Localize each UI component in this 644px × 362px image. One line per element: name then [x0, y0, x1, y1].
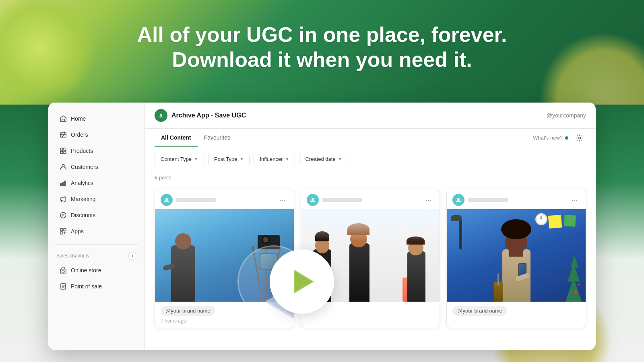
post-type-filter[interactable]: Post Type ▼	[208, 153, 250, 165]
sidebar-label-apps: Apps	[71, 228, 84, 234]
sidebar-item-marketing[interactable]: Marketing	[52, 191, 141, 207]
post-card-1-footer: @your brand name 7 hours ago	[155, 302, 294, 328]
content-type-filter[interactable]: Content Type ▼	[155, 153, 204, 165]
svg-point-10	[62, 214, 63, 215]
app-username: @yourcompany	[547, 112, 586, 119]
created-date-filter[interactable]: Created date ▼	[299, 153, 348, 165]
sidebar-item-home[interactable]: Home	[52, 111, 141, 126]
svg-rect-2	[64, 148, 66, 150]
tab-favourites[interactable]: Favourites	[198, 129, 237, 147]
sidebar-label-home: Home	[71, 115, 86, 122]
sidebar-label-marketing: Marketing	[71, 196, 95, 202]
post-user-3	[452, 194, 508, 206]
chevron-down-icon: ▼	[338, 157, 342, 161]
content-grid: ···	[145, 184, 596, 350]
influencer-filter[interactable]: Influencer ▼	[254, 153, 295, 165]
username-placeholder-2	[322, 198, 362, 202]
add-sales-channel-button[interactable]: +	[128, 252, 136, 260]
username-placeholder-3	[468, 198, 508, 202]
sidebar-divider	[55, 244, 138, 245]
hero-title: All of your UGC in one place, forever. D…	[0, 22, 644, 72]
svg-point-11	[64, 216, 65, 216]
app-title-group: a Archive App - Save UGC	[155, 109, 246, 122]
home-icon	[60, 115, 67, 122]
analytics-icon	[60, 179, 67, 187]
post-card-1: ···	[155, 189, 294, 328]
svg-rect-3	[60, 151, 63, 154]
svg-point-18	[579, 137, 581, 139]
svg-rect-7	[62, 182, 64, 186]
sidebar-label-products: Products	[71, 148, 93, 154]
sidebar-item-analytics[interactable]: Analytics	[52, 175, 141, 191]
post-user-2	[307, 194, 362, 206]
more-options-button-1[interactable]: ···	[277, 195, 288, 204]
filters-bar: Content Type ▼ Post Type ▼ Influencer ▼ …	[145, 147, 596, 171]
pos-icon	[60, 283, 67, 290]
svg-rect-8	[64, 181, 66, 186]
svg-point-19	[165, 198, 168, 200]
more-options-button-3[interactable]: ···	[569, 195, 580, 204]
tab-all-content[interactable]: All Content	[155, 129, 198, 147]
brand-tag-1: @your brand name	[161, 306, 215, 316]
more-options-button-2[interactable]: ···	[423, 195, 434, 204]
sidebar-item-customers[interactable]: Customers	[52, 159, 141, 175]
products-icon	[60, 147, 67, 154]
new-indicator-dot	[565, 136, 568, 140]
sidebar-item-online-store[interactable]: Online store	[52, 263, 141, 278]
username-placeholder-1	[176, 198, 216, 202]
svg-point-23	[457, 198, 460, 200]
sidebar-item-pos[interactable]: Point of sale	[52, 279, 141, 294]
sidebar-label-customers: Customers	[71, 164, 98, 170]
post-card-2-header: ···	[301, 189, 440, 209]
svg-point-5	[62, 165, 64, 167]
posts-count: # posts	[145, 171, 596, 184]
sales-channels-label: Sales channels	[56, 253, 89, 259]
marketing-icon	[60, 195, 67, 203]
sidebar-label-analytics: Analytics	[71, 180, 93, 186]
avatar-1	[161, 194, 173, 206]
svg-rect-14	[60, 232, 63, 234]
app-header: a Archive App - Save UGC @yourcompany	[145, 103, 596, 129]
app-title-text: Archive App - Save UGC	[171, 112, 246, 119]
svg-point-22	[312, 198, 314, 200]
sidebar-label-pos: Point of sale	[71, 283, 102, 290]
sidebar-item-products[interactable]: Products	[52, 143, 141, 158]
orders-icon	[60, 131, 67, 138]
pointer-decoration	[270, 249, 334, 314]
main-content-area: a Archive App - Save UGC @yourcompany Al…	[145, 103, 596, 350]
chevron-down-icon: ▼	[194, 157, 198, 161]
store-icon	[60, 267, 67, 274]
hero-section: All of your UGC in one place, forever. D…	[0, 22, 644, 72]
whats-new-button[interactable]: What's new?	[533, 135, 568, 141]
discounts-icon	[60, 212, 67, 219]
app-logo: a	[155, 109, 167, 122]
settings-button[interactable]	[573, 132, 586, 144]
sidebar: Home Orders Pr	[48, 103, 145, 350]
customers-icon	[60, 163, 67, 171]
post-card-1-header: ···	[155, 189, 294, 209]
sidebar-item-orders[interactable]: Orders	[52, 127, 141, 142]
svg-rect-6	[60, 183, 62, 186]
tabs-bar: All Content Favourites What's new?	[145, 129, 596, 147]
main-ui: Home Orders Pr	[48, 103, 596, 350]
post-user-1	[161, 194, 216, 206]
post-card-3-footer: @your brand name	[447, 302, 586, 320]
tabs-right-actions: What's new?	[533, 132, 586, 144]
sales-channels-section: Sales channels +	[48, 249, 144, 262]
chevron-down-icon: ▼	[240, 157, 244, 161]
post-card-3-header: ···	[447, 189, 586, 209]
svg-rect-13	[64, 228, 66, 231]
sidebar-item-discounts[interactable]: Discounts	[52, 208, 141, 223]
post-time-1: 7 hours ago	[161, 318, 288, 324]
sidebar-label-orders: Orders	[71, 132, 88, 138]
tabs-group: All Content Favourites	[155, 129, 237, 147]
sidebar-label-discounts: Discounts	[71, 212, 95, 218]
sidebar-item-apps[interactable]: Apps	[52, 224, 141, 239]
svg-rect-16	[62, 271, 64, 272]
brand-tag-3: @your brand name	[452, 306, 507, 316]
svg-rect-12	[60, 228, 63, 231]
apps-icon	[60, 228, 67, 235]
avatar-2	[307, 194, 319, 206]
post-card-3: ···	[446, 189, 586, 328]
svg-marker-25	[295, 271, 312, 292]
